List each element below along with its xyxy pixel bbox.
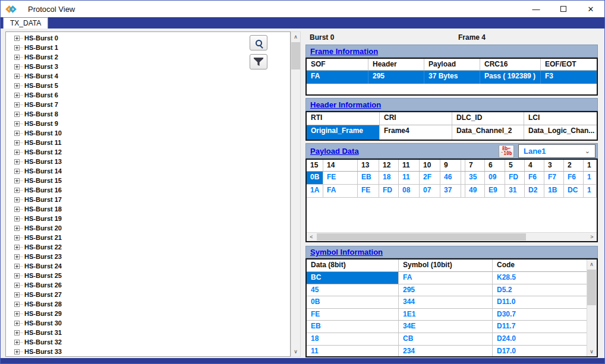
tree-item[interactable]: HS-Burst 3 [6,62,290,71]
symbol-information-title[interactable]: Symbol Information [310,248,383,257]
scroll-down-icon[interactable]: ∨ [291,347,300,356]
tree-item[interactable]: HS-Burst 12 [6,147,290,157]
tree-item[interactable]: HS-Burst 25 [6,271,290,280]
encoding-8b10b-button[interactable]: 8b⌐ ᵔ10b [499,145,514,158]
payload-hscrollbar[interactable]: < > [307,232,597,241]
close-button[interactable]: ✕ [577,1,604,17]
tree-item[interactable]: HS-Burst 5 [6,81,290,90]
expand-icon[interactable] [14,178,20,183]
scroll-down-icon[interactable]: ∨ [587,347,596,356]
expand-icon[interactable] [14,93,20,98]
scroll-right-icon[interactable]: > [587,233,597,241]
payload-cell[interactable]: FD [379,185,399,198]
symbol-cell[interactable]: D17.0 [493,346,587,357]
tree-item[interactable]: HS-Burst 23 [6,252,290,261]
table-cell[interactable]: 295 [368,71,424,84]
table-cell[interactable]: Data_Logic_Chan... [524,125,597,140]
expand-icon[interactable] [14,74,20,79]
expand-icon[interactable] [14,36,20,41]
lane-select-dropdown[interactable]: Lane1 ⌄ [518,144,595,158]
expand-icon[interactable] [14,102,20,107]
payload-cell[interactable]: 08 [399,185,420,198]
symbol-cell[interactable]: 234 [399,346,493,357]
payload-cell[interactable]: FE [358,185,379,198]
symbol-scrollbar[interactable]: ∧ ∨ [587,259,597,356]
tree-item[interactable]: HS-Burst 22 [6,242,290,252]
tree-item[interactable]: HS-Burst 26 [6,280,290,290]
symbol-cell[interactable]: D11.7 [493,321,587,333]
symbol-cell[interactable]: 295 [399,284,493,296]
tree-item[interactable]: HS-Burst 29 [6,309,290,318]
symbol-cell[interactable]: 1E1 [399,309,493,321]
payload-cell[interactable]: EB [358,172,379,185]
expand-icon[interactable] [14,188,20,193]
tree-item[interactable]: HS-Burst 24 [6,261,290,271]
payload-cell[interactable] [461,185,465,198]
payload-cell[interactable]: F6 [564,172,584,185]
header-information-title[interactable]: Header Information [310,100,381,109]
payload-cell[interactable]: 46 [440,172,461,185]
symbol-cell[interactable]: D11.0 [493,296,587,308]
payload-cell[interactable]: E9 [485,185,505,198]
tree-item[interactable]: HS-Burst 0 [6,33,290,43]
expand-icon[interactable] [14,283,20,288]
symbol-cell[interactable]: FE [307,309,399,321]
tree-scrollbar-thumb[interactable] [291,42,300,69]
expand-icon[interactable] [14,150,20,155]
symbol-cell[interactable]: D24.0 [493,333,587,345]
expand-icon[interactable] [14,64,20,69]
tree-item[interactable]: HS-Burst 2 [6,52,290,62]
expand-icon[interactable] [14,311,20,316]
tree-item[interactable]: HS-Burst 7 [6,100,290,109]
symbol-scrollbar-thumb[interactable] [587,270,596,305]
expand-icon[interactable] [14,264,20,269]
expand-icon[interactable] [14,159,20,164]
payload-cell[interactable]: F7 [544,172,564,185]
table-cell[interactable]: Original_Frame [307,125,380,140]
table-cell[interactable]: 37 Bytes [424,71,480,84]
expand-icon[interactable] [14,83,20,88]
table-cell[interactable]: Pass ( 192389 ) [480,71,541,84]
tree-item[interactable]: HS-Burst 14 [6,166,290,176]
symbol-cell[interactable]: K28.5 [493,272,587,284]
tree-item[interactable]: HS-Burst 28 [6,299,290,309]
expand-icon[interactable] [14,226,20,231]
symbol-cell[interactable]: CB [399,333,493,345]
expand-icon[interactable] [14,254,20,259]
tree-item[interactable]: HS-Burst 6 [6,90,290,100]
tree-item[interactable]: HS-Burst 13 [6,157,290,166]
payload-cell[interactable]: 0B [307,172,323,185]
tree-item[interactable]: HS-Burst 21 [6,233,290,242]
symbol-cell[interactable]: BC [307,272,399,284]
expand-icon[interactable] [14,45,20,50]
table-cell[interactable]: FA [307,71,368,84]
tree-scrollbar[interactable]: ∧ ∨ [291,31,301,357]
frame-information-title[interactable]: Frame Information [310,47,378,56]
expand-icon[interactable] [14,197,20,202]
search-button[interactable] [250,35,267,50]
symbol-cell[interactable]: EB [307,321,399,333]
scroll-up-icon[interactable]: ∧ [291,32,300,42]
tree-item[interactable]: HS-Burst 27 [6,290,290,299]
payload-cell[interactable]: 49 [465,185,485,198]
payload-cell[interactable] [461,172,465,185]
tree-item[interactable]: HS-Burst 9 [6,119,290,128]
payload-cell[interactable]: FE [323,172,358,185]
payload-cell[interactable]: 1A [307,185,323,198]
symbol-cell[interactable]: D30.7 [493,309,587,321]
tree-item[interactable]: HS-Burst 17 [6,195,290,204]
symbol-cell[interactable]: 11 [307,346,399,357]
table-cell[interactable]: Frame4 [380,125,452,140]
expand-icon[interactable] [14,245,20,250]
scroll-left-icon[interactable]: < [307,233,316,241]
payload-cell[interactable]: 31 [505,185,525,198]
symbol-cell[interactable]: D5.2 [493,284,587,296]
tree-item[interactable]: HS-Burst 31 [6,328,290,337]
payload-cell[interactable]: 1 [584,185,597,198]
tree-item[interactable]: HS-Burst 15 [6,176,290,185]
symbol-cell[interactable]: 34E [399,321,493,333]
payload-cell[interactable]: 07 [420,185,440,198]
expand-icon[interactable] [14,131,20,136]
tree-item[interactable]: HS-Burst 10 [6,128,290,138]
payload-cell[interactable]: FA [323,185,358,198]
